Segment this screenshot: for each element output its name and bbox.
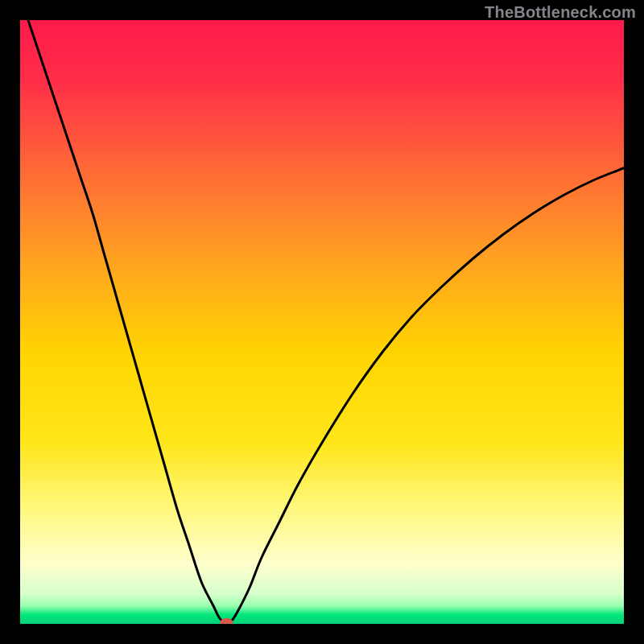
gradient-background xyxy=(20,20,624,624)
bottleneck-chart xyxy=(20,20,624,624)
watermark-label: TheBottleneck.com xyxy=(485,3,636,22)
plot-area xyxy=(20,20,624,624)
chart-container: TheBottleneck.com xyxy=(0,0,644,644)
